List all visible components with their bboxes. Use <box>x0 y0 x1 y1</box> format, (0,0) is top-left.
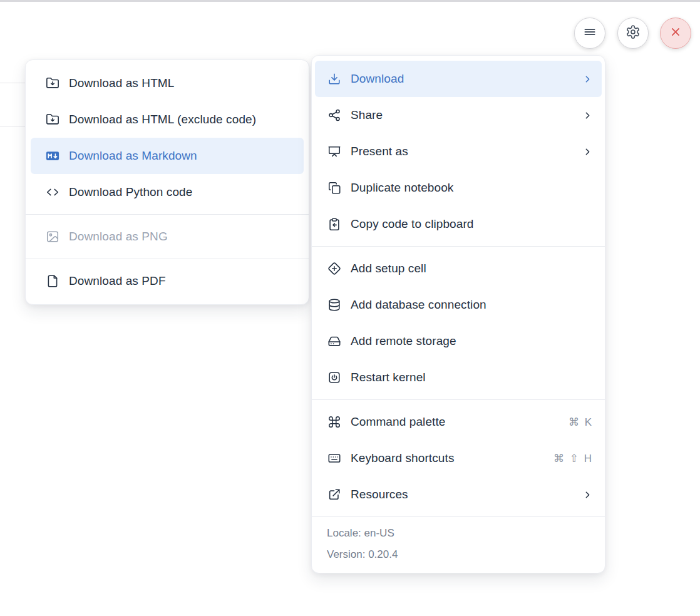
submenu-item-download-png[interactable]: Download as PNG <box>31 218 304 255</box>
submenu-item-label: Download as PNG <box>69 230 168 244</box>
presentation-icon <box>327 144 342 159</box>
submenu-item-download-python-code[interactable]: Download Python code <box>31 174 304 210</box>
menu-item-resources[interactable]: Resources <box>315 476 602 513</box>
power-icon <box>327 370 342 385</box>
submenu-item-label: Download Python code <box>69 185 192 199</box>
menu-item-label: Restart kernel <box>351 371 426 384</box>
menu-item-add-setup-cell[interactable]: Add setup cell <box>315 250 602 287</box>
menu-button[interactable] <box>574 18 605 49</box>
submenu-item-label: Download as HTML <box>69 76 174 90</box>
code-icon <box>45 185 60 200</box>
menu-item-label: Add setup cell <box>351 262 426 275</box>
share-icon <box>327 108 342 123</box>
close-button[interactable] <box>660 18 691 49</box>
menu-item-command-palette[interactable]: Command palette ⌘ K <box>315 404 602 440</box>
submenu-divider <box>26 259 309 259</box>
version-text: Version: 0.20.4 <box>327 544 590 565</box>
menu-divider <box>312 399 605 400</box>
menu-item-label: Resources <box>351 488 408 501</box>
menu-item-keyboard-shortcuts[interactable]: Keyboard shortcuts ⌘ ⇧ H <box>315 440 602 476</box>
submenu-item-label: Download as HTML (exclude code) <box>69 113 256 126</box>
menu-item-label: Command palette <box>351 415 445 429</box>
clipboard-copy-icon <box>327 217 342 232</box>
markdown-icon <box>45 148 60 163</box>
shortcut-hint: ⌘ ⇧ H <box>553 452 593 465</box>
diamond-plus-icon <box>327 261 342 276</box>
menu-item-copy-code[interactable]: Copy code to clipboard <box>315 206 602 242</box>
menu-item-add-remote-storage[interactable]: Add remote storage <box>315 323 602 359</box>
menu-item-restart-kernel[interactable]: Restart kernel <box>315 359 602 396</box>
menu-footer: Locale: en-US Version: 0.20.4 <box>312 516 605 568</box>
close-icon <box>669 25 682 41</box>
menu-item-download[interactable]: Download <box>315 61 602 97</box>
locale-text: Locale: en-US <box>327 523 590 544</box>
submenu-item-label: Download as Markdown <box>69 149 197 163</box>
shortcut-hint: ⌘ K <box>569 416 593 429</box>
menu-divider <box>312 246 605 247</box>
menu-item-duplicate-notebook[interactable]: Duplicate notebook <box>315 170 602 206</box>
settings-button[interactable] <box>617 18 649 49</box>
duplicate-icon <box>327 180 342 195</box>
submenu-item-download-html-exclude-code[interactable]: Download as HTML (exclude code) <box>31 101 304 138</box>
window-top-edge <box>0 0 700 2</box>
menu-item-label: Share <box>351 108 383 122</box>
folder-download-icon <box>45 76 60 91</box>
external-link-icon <box>327 487 342 502</box>
keyboard-icon <box>327 451 342 466</box>
chevron-right-icon <box>582 74 593 85</box>
database-icon <box>327 297 342 312</box>
download-icon <box>327 71 342 86</box>
chevron-right-icon <box>582 490 593 500</box>
notebook-menu: Download Share Present as Duplicate note… <box>311 55 605 573</box>
submenu-divider <box>26 214 309 215</box>
submenu-item-download-html[interactable]: Download as HTML <box>31 65 304 101</box>
command-icon <box>327 414 342 429</box>
gear-icon <box>625 24 641 42</box>
file-icon <box>45 274 60 289</box>
folder-download-icon <box>45 112 60 127</box>
submenu-item-download-markdown[interactable]: Download as Markdown <box>31 138 304 174</box>
menu-item-share[interactable]: Share <box>315 97 602 133</box>
menu-item-label: Copy code to clipboard <box>351 217 474 231</box>
background-cell-border <box>0 83 26 83</box>
chevron-right-icon <box>582 146 593 157</box>
menu-item-add-database-connection[interactable]: Add database connection <box>315 287 602 323</box>
submenu-item-label: Download as PDF <box>69 274 166 288</box>
menu-item-label: Download <box>351 72 404 86</box>
menu-item-label: Duplicate notebook <box>351 181 453 195</box>
download-submenu: Download as HTML Download as HTML (exclu… <box>25 59 309 305</box>
hamburger-icon <box>582 24 597 42</box>
menu-item-label: Keyboard shortcuts <box>351 451 455 465</box>
hard-drive-icon <box>327 334 342 349</box>
chevron-right-icon <box>582 110 593 121</box>
submenu-item-download-pdf[interactable]: Download as PDF <box>31 263 304 299</box>
menu-item-label: Add remote storage <box>351 334 456 348</box>
menu-item-label: Present as <box>351 145 408 158</box>
menu-item-present-as[interactable]: Present as <box>315 133 602 170</box>
background-cell-border <box>0 126 26 126</box>
menu-item-label: Add database connection <box>351 298 486 312</box>
image-icon <box>45 229 60 244</box>
